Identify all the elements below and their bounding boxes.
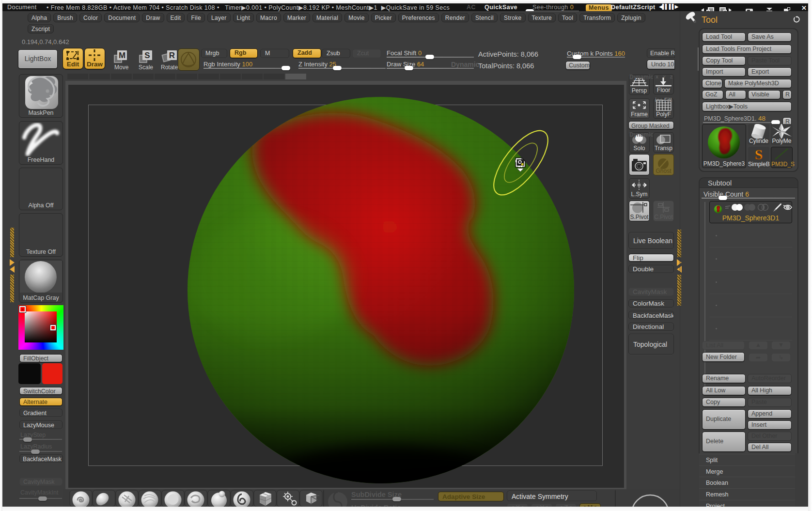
svg-text:S: S bbox=[755, 147, 763, 161]
svg-text:S: S bbox=[144, 51, 150, 60]
svg-text:R: R bbox=[169, 51, 175, 60]
svg-text:M: M bbox=[119, 51, 125, 60]
